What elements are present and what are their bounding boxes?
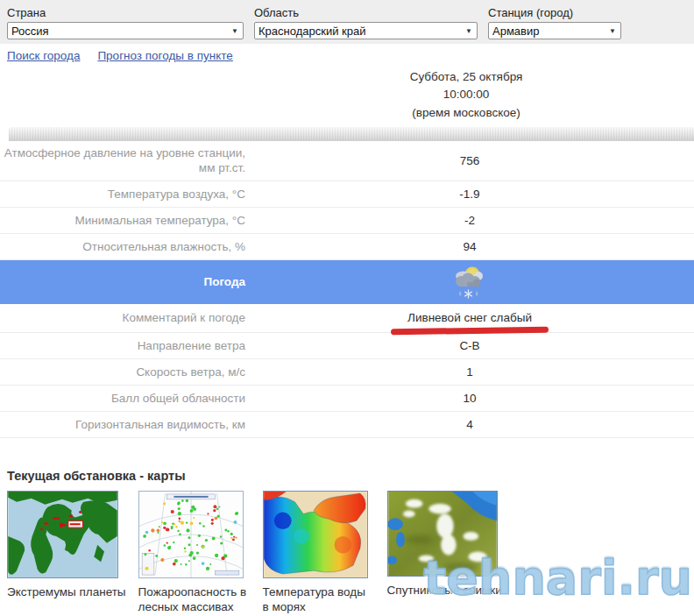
min-temp-value: -2	[245, 214, 694, 227]
air-temp-value: -1.9	[245, 188, 694, 201]
station-field: Станция (город) Армавир	[488, 6, 621, 39]
country-label: Страна	[7, 6, 244, 19]
weather-comment-text: Ливневой снег слабый	[407, 311, 532, 324]
country-select-wrap: Россия	[7, 22, 244, 39]
cloudiness-value: 10	[245, 392, 694, 405]
map-caption[interactable]: Температура воды в морях	[263, 584, 375, 615]
snow-shower-cloud-icon	[450, 263, 490, 301]
table-row: Горизонтальная видимость, км 4	[0, 412, 694, 438]
forecast-point-link[interactable]: Прогноз погоды в пункте	[97, 49, 232, 62]
observation-datetime: Суббота, 25 октября 10:00:00 (время моск…	[351, 68, 582, 122]
air-temp-label: Температура воздуха, °C	[0, 182, 245, 207]
map-caption[interactable]: Спутниковые снимки	[387, 583, 502, 598]
map-caption[interactable]: Пожароопасность в лесных массивах	[138, 584, 251, 615]
weather-observations-table: Атмосферное давление на уровне станции, …	[0, 141, 694, 438]
table-row: Атмосферное давление на уровне станции, …	[0, 141, 694, 181]
wind-direction-value: С-В	[245, 339, 694, 352]
cloudiness-label: Балл общей облачности	[0, 386, 245, 411]
station-select-wrap: Армавир	[488, 22, 621, 39]
region-field: Область Краснодарский край	[254, 6, 478, 39]
station-select[interactable]: Армавир	[488, 22, 621, 39]
map-caption[interactable]: Экстремумы планеты	[7, 584, 126, 600]
maps-row: Экстремумы планеты Пожароопасность в лес…	[0, 491, 694, 615]
weather-comment-label: Комментарий к погоде	[0, 306, 245, 330]
search-city-link[interactable]: Поиск города	[7, 49, 80, 62]
timezone-line: (время московское)	[351, 104, 582, 122]
region-label: Область	[254, 6, 478, 19]
maps-section-title: Текущая обстановка - карты	[7, 469, 694, 483]
fire-danger-map[interactable]	[138, 491, 244, 578]
weather-comment-value: Ливневой снег слабый	[245, 311, 694, 324]
quick-links: Поиск города Прогноз погоды в пункте	[0, 44, 694, 66]
table-row: Балл общей облачности 10	[0, 386, 694, 412]
region-select-wrap: Краснодарский край	[254, 22, 478, 39]
map-item-satellite: Спутниковые снимки	[387, 491, 502, 598]
table-row: Температура воздуха, °C -1.9	[0, 181, 694, 208]
region-select[interactable]: Краснодарский край	[254, 22, 478, 39]
weather-value	[245, 263, 694, 301]
location-selector-bar: Страна Россия Область Краснодарский край…	[0, 0, 694, 44]
weather-row: Погода	[0, 260, 694, 304]
pressure-value: 756	[245, 154, 694, 167]
visibility-label: Горизонтальная видимость, км	[0, 413, 245, 437]
weather-label: Погода	[0, 270, 245, 294]
country-select[interactable]: Россия	[7, 22, 244, 39]
date-line: Суббота, 25 октября	[351, 68, 582, 86]
sea-temperature-map[interactable]	[263, 491, 368, 578]
table-row: Минимальная температура, °C -2	[0, 208, 694, 234]
station-label: Станция (город)	[488, 6, 621, 19]
map-item-fire-danger: Пожароопасность в лесных массивах	[138, 491, 251, 615]
table-row: Скорость ветра, м/с 1	[0, 359, 694, 386]
map-item-sea-temperature: Температура воды в морях	[263, 491, 375, 615]
pressure-label: Атмосферное давление на уровне станции, …	[0, 141, 245, 181]
wind-direction-label: Направление ветра	[0, 334, 245, 358]
satellite-image[interactable]	[387, 491, 498, 577]
humidity-label: Относительная влажность, %	[0, 235, 245, 259]
map-item-world-extremes: Экстремумы планеты	[7, 491, 126, 600]
visibility-value: 4	[245, 418, 694, 431]
world-extremes-map[interactable]	[7, 491, 118, 578]
table-row: Комментарий к погоде Ливневой снег слабы…	[0, 304, 694, 333]
table-row: Направление ветра С-В	[0, 333, 694, 359]
humidity-value: 94	[245, 240, 694, 253]
country-field: Страна Россия	[7, 6, 244, 39]
min-temp-label: Минимальная температура, °C	[0, 209, 245, 233]
wind-speed-value: 1	[245, 365, 694, 379]
table-top-divider	[9, 127, 694, 141]
time-line: 10:00:00	[351, 86, 582, 103]
wind-speed-label: Скорость ветра, м/с	[0, 360, 245, 385]
table-row: Относительная влажность, % 94	[0, 234, 694, 260]
